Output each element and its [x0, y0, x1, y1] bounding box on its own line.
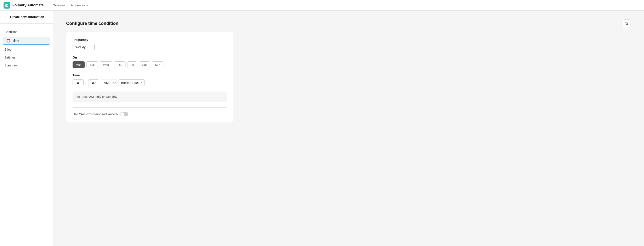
delete-button[interactable]: 🗑: [623, 19, 631, 27]
time-icon: ⏰: [6, 39, 10, 43]
time-minute-input[interactable]: [88, 79, 99, 86]
time-label: Time: [72, 74, 228, 77]
sidebar-item-effect[interactable]: Effect: [0, 46, 53, 53]
section-divider: [72, 107, 228, 108]
sidebar-title: Create new automation: [10, 15, 44, 19]
cron-toggle[interactable]: [120, 112, 128, 117]
time-separator: :: [85, 81, 86, 85]
sidebar-item-summary[interactable]: Summary: [0, 61, 53, 69]
on-label: On: [72, 56, 228, 59]
svg-rect-0: [5, 4, 8, 6]
time-group: Time : AM PM Berlin +02:00 ▾: [72, 74, 228, 86]
layout: ← Create new automation Condition ⏰ Time…: [0, 10, 644, 246]
time-hour-input[interactable]: [72, 79, 84, 86]
day-tue[interactable]: Tue: [86, 61, 98, 68]
frequency-select[interactable]: Weekly ▾: [72, 44, 94, 50]
timezone-select[interactable]: Berlin +02:00 ▾: [118, 79, 145, 86]
nav-brand: Foundry Automate: [12, 3, 44, 7]
frequency-value: Weekly: [76, 45, 86, 49]
configure-title: Configure time condition: [66, 21, 118, 26]
configure-card: Frequency Weekly ▾ On Mon Tue Wed Thu Fr…: [66, 32, 234, 123]
on-group: On Mon Tue Wed Thu Fri Sat Sun: [72, 56, 228, 68]
timezone-value: Berlin +02:00: [121, 81, 140, 85]
sidebar-item-time[interactable]: ⏰ Time: [3, 37, 50, 45]
day-thu[interactable]: Thu: [114, 61, 126, 68]
sidebar-nav: Condition ⏰ Time Effect Settings Summary: [0, 26, 53, 71]
top-nav: Foundry Automate Overview Automations: [0, 0, 644, 10]
day-mon[interactable]: Mon: [72, 61, 85, 68]
day-sun[interactable]: Sun: [152, 61, 164, 68]
time-inputs: : AM PM Berlin +02:00 ▾: [72, 79, 228, 86]
configure-header: Configure time condition 🗑: [66, 19, 631, 27]
main-content: Configure time condition 🗑 Frequency Wee…: [53, 10, 644, 246]
trash-icon: 🗑: [625, 21, 628, 25]
svg-rect-4: [6, 4, 6, 4]
nav-overview[interactable]: Overview: [53, 3, 66, 8]
day-wed[interactable]: Wed: [100, 61, 112, 68]
schedule-summary-text: At 08:00 AM, only on Monday: [77, 95, 117, 99]
nav-automations[interactable]: Automations: [71, 3, 88, 8]
day-fri[interactable]: Fri: [127, 61, 137, 68]
logo-icon: [4, 2, 10, 8]
day-sat[interactable]: Sat: [139, 61, 150, 68]
timezone-chevron-icon: ▾: [141, 82, 142, 84]
frequency-chevron-icon: ▾: [87, 46, 88, 48]
sidebar-item-settings[interactable]: Settings: [0, 53, 53, 61]
svg-point-2: [7, 5, 8, 6]
svg-rect-3: [6, 5, 7, 5]
frequency-group: Frequency Weekly ▾: [72, 38, 228, 50]
svg-rect-5: [7, 4, 8, 4]
cron-label: Use Cron expression (advanced): [72, 113, 118, 116]
frequency-label: Frequency: [72, 38, 228, 42]
schedule-summary-box: At 08:00 AM, only on Monday: [72, 92, 228, 102]
sidebar: ← Create new automation Condition ⏰ Time…: [0, 10, 53, 246]
svg-point-1: [6, 5, 6, 6]
nav-logo: Foundry Automate: [4, 2, 48, 8]
day-buttons: Mon Tue Wed Thu Fri Sat Sun: [72, 61, 228, 68]
ampm-select[interactable]: AM PM: [101, 79, 116, 86]
back-button[interactable]: ←: [4, 15, 8, 19]
sidebar-header: ← Create new automation: [0, 15, 53, 23]
sidebar-item-condition[interactable]: Condition: [0, 28, 53, 36]
cron-row: Use Cron expression (advanced): [72, 112, 228, 117]
